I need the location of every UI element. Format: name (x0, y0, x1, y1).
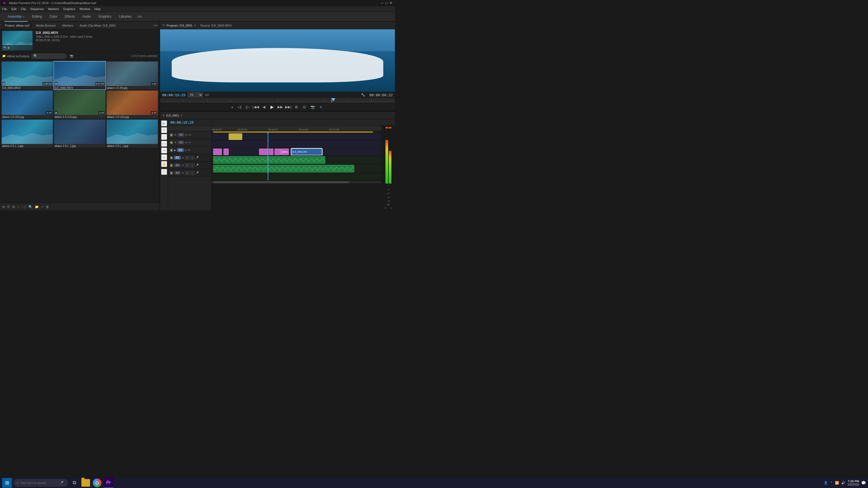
marker-icon[interactable]: ▲ (231, 105, 234, 108)
project-tab[interactable]: Project: elbow surf (2, 23, 32, 28)
new-bin-btn[interactable]: 📁 (35, 205, 39, 209)
window-controls[interactable]: ─ □ ✕ (380, 1, 393, 5)
go-to-in-button[interactable]: |◀◀ (252, 104, 259, 110)
media-browser-tab[interactable]: Media Browser (33, 23, 58, 28)
menu-file[interactable]: File (2, 7, 7, 10)
workspace-tab-libraries[interactable]: Libraries (116, 12, 134, 22)
tl-current-timecode[interactable]: 00:00:15:25 (170, 120, 194, 124)
monitor-ruler[interactable] (160, 98, 395, 103)
play-tool[interactable]: ▶ (161, 120, 167, 126)
clip-v1-4[interactable] (269, 149, 274, 155)
lock-v2[interactable]: 🔒 (170, 141, 173, 144)
lock-v1[interactable]: 🔒 (170, 149, 173, 152)
workspace-tab-editing[interactable]: Editing (29, 12, 45, 22)
current-timecode[interactable]: 00:00:15:25 (162, 93, 186, 97)
eye-v3[interactable]: 👁 (174, 134, 177, 136)
a3-mute[interactable]: M (185, 171, 189, 175)
eye-v2[interactable]: 👁 (174, 141, 177, 144)
grid-view-icon[interactable]: ⊞ (12, 205, 15, 209)
v2-settings[interactable]: 👁 (188, 141, 191, 144)
a1-btn[interactable]: A1 (174, 156, 181, 159)
a2-mute[interactable]: M (185, 163, 189, 167)
play-button[interactable]: ▶ (269, 104, 275, 110)
a3-btn[interactable]: A3 (174, 171, 181, 174)
clip-v1-dji0001[interactable]: DJI_0001.MC (291, 149, 322, 155)
audio-clip-mixer-tab[interactable]: Audio Clip Mixer: DJI_0001 (77, 23, 119, 28)
clip-a2-main[interactable] (213, 165, 354, 172)
new-item-icon[interactable]: ⊕ (2, 205, 5, 209)
a2-mic[interactable]: 🎤 (195, 164, 198, 167)
search-icon-bottom[interactable]: 🔍 (29, 205, 33, 209)
v2-btn[interactable]: V2 (178, 141, 184, 144)
search-input[interactable] (38, 55, 64, 58)
a1-collapse[interactable]: ⊟ (182, 156, 184, 159)
clip-v1-1[interactable] (213, 149, 222, 155)
a2-solo[interactable]: S (190, 163, 194, 167)
project-thumbnail[interactable]: 📷 ▶ (2, 31, 33, 51)
menu-graphics[interactable]: Graphics (63, 7, 75, 10)
v3-btn[interactable]: V3 (178, 133, 184, 137)
step-back-button[interactable]: ◀ (261, 104, 267, 110)
menu-sequence[interactable]: Sequence (30, 7, 44, 10)
a2-btn[interactable]: A2 (174, 163, 181, 167)
timeline-menu-icon[interactable]: ≡ (181, 114, 182, 117)
media-item-abaco15[interactable]: abaco 1.5 (...).jpg (106, 120, 158, 148)
media-item-abaco11[interactable]: ▦ 4;29 abaco 1.5 (11).jpg (54, 91, 105, 119)
new-bin-icon[interactable]: 📷 (70, 54, 73, 58)
play-thumb-icon[interactable]: ▶ (8, 46, 10, 49)
v1-collapse[interactable]: ⊟ (185, 149, 187, 152)
go-to-out-button[interactable]: ▶▶| (285, 104, 291, 110)
markers-tab[interactable]: Markers (60, 23, 76, 28)
go-in-button[interactable]: ◁| (236, 104, 243, 110)
media-item-abaco13[interactable]: abaco 1.5 (...).jpg (2, 120, 53, 148)
go-out-button[interactable]: |▷ (244, 104, 251, 110)
overwrite-button[interactable]: ⊟ (301, 104, 308, 110)
ripple-tool[interactable]: ⟺ (161, 141, 167, 147)
workspace-tab-effects[interactable]: Effects (62, 12, 78, 22)
fit-dropdown[interactable]: Fit 25% 50% 75% 100% (188, 93, 203, 97)
media-item-abaco14[interactable]: abaco 1.5 (...).jpg (54, 120, 105, 148)
search-box[interactable]: 🔍 (31, 54, 66, 59)
clip-a1-main[interactable] (213, 156, 325, 164)
minimize-button[interactable]: ─ (380, 1, 384, 5)
step-forward-button[interactable]: ▶▶ (277, 104, 283, 110)
a1-mute[interactable]: M (185, 156, 189, 160)
hand-tool[interactable]: ✋ (161, 161, 167, 167)
wrench-icon[interactable]: 🔧 (361, 93, 365, 97)
lock-v3[interactable]: 🔒 (170, 133, 173, 137)
clip-v1-abaco[interactable]: abaco (280, 149, 289, 155)
text-tool[interactable]: T (161, 169, 167, 175)
razor-tool[interactable]: ↕ (161, 134, 167, 140)
timeline-close-icon[interactable]: ✕ (162, 113, 165, 117)
v3-collapse[interactable]: ⊟ (185, 134, 187, 136)
media-item-abaco12[interactable]: 4;29 abaco 1.5 (12).jpg (106, 91, 158, 119)
clip-v3-1[interactable] (229, 133, 242, 140)
maximize-button[interactable]: □ (384, 1, 389, 5)
a3-solo[interactable]: S (190, 171, 194, 175)
a1-solo[interactable]: S (190, 156, 194, 160)
source-title[interactable]: Source: DJI_0002.MOV (200, 24, 231, 27)
list-view-icon[interactable]: ☰ (7, 205, 10, 209)
v2-collapse[interactable]: ⊟ (185, 141, 187, 144)
workspace-tab-color[interactable]: Color (46, 12, 61, 22)
media-item-abaco10[interactable]: 4;29 abaco 1.5 (10).jpg (2, 91, 53, 119)
workspace-tab-graphics[interactable]: Graphics (95, 12, 115, 22)
menu-edit[interactable]: Edit (11, 7, 17, 10)
add-button[interactable]: + (318, 104, 324, 110)
workspace-tab-audio[interactable]: Audio (79, 12, 94, 22)
clip-v1-2[interactable] (223, 149, 229, 155)
delete-icon[interactable]: 🗑 (46, 205, 49, 209)
sort-icon[interactable]: ⬡ (24, 205, 26, 209)
freeform-icon[interactable]: ○ (17, 205, 19, 209)
panel-tabs-more[interactable]: >> (154, 24, 157, 27)
media-item-dji0002[interactable]: ▦ 9:37:05 DJI_0002.MOV (54, 62, 105, 90)
v1-settings[interactable]: 👁 (188, 149, 190, 152)
slip-tool[interactable]: ✦ (161, 148, 167, 154)
menu-help[interactable]: Help (94, 7, 101, 10)
menu-markers[interactable]: Markers (48, 7, 59, 10)
a3-mic[interactable]: 🎤 (195, 171, 198, 174)
insert-button[interactable]: ⊞ (293, 104, 300, 110)
clip-v1-3[interactable] (259, 149, 268, 155)
close-button[interactable]: ✕ (389, 1, 393, 5)
lock-a2[interactable]: 🔒 (170, 164, 173, 167)
